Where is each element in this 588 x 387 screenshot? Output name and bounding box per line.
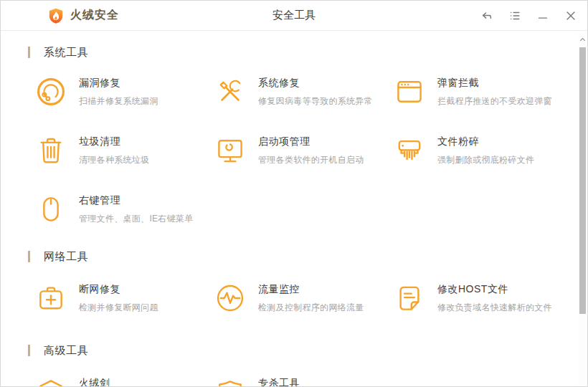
tool-desc: 扫描并修复系统漏洞: [79, 95, 158, 108]
tool-title: 弹窗拦截: [437, 77, 552, 90]
close-icon: [564, 9, 577, 22]
tool-item[interactable]: 火绒剑: [35, 376, 214, 386]
tool-text: 系统修复 修复因病毒等导致的系统异常: [258, 76, 373, 110]
tool-item[interactable]: 断网修复 检测并修复断网问题: [35, 282, 214, 317]
app-window: 火绒安全 安全工具 系统工具 漏洞修复 扫描并: [0, 0, 588, 387]
tool-title: 系统修复: [258, 77, 373, 90]
tool-desc: 检测并修复断网问题: [79, 302, 158, 314]
tool-text: 启动项管理 管理各类软件的开机自启动: [258, 135, 364, 169]
shield-round-icon: [214, 376, 246, 386]
tool-item[interactable]: 弹窗拦截 拦截程序推送的不受欢迎弹窗: [394, 76, 573, 110]
section-header: 系统工具: [28, 45, 579, 59]
section-header: 高级工具: [28, 343, 579, 358]
huorong-logo-icon: [48, 7, 64, 24]
tool-section: 系统工具 漏洞修复 扫描并修复系统漏洞 系统修复 修复因病毒等导致的系统异常 弹…: [1, 45, 579, 228]
tool-text: 火绒剑: [79, 376, 110, 386]
tool-desc: 检测及控制程序的网络流量: [258, 302, 364, 314]
window-controls: [480, 1, 577, 31]
tool-title: 流量监控: [258, 283, 364, 296]
patch-circle-icon: [35, 76, 67, 108]
tool-sections: 系统工具 漏洞修复 扫描并修复系统漏洞 系统修复 修复因病毒等导致的系统异常 弹…: [1, 32, 579, 386]
section-accent-bar: [28, 251, 30, 262]
section-title: 高级工具: [44, 344, 88, 358]
tool-text: 漏洞修复 扫描并修复系统漏洞: [79, 76, 158, 110]
tool-item[interactable]: 垃圾清理 清理各种系统垃圾: [35, 135, 214, 169]
section-header: 网络工具: [28, 249, 579, 264]
monitor-startup-icon: [214, 135, 246, 166]
title-bar: 火绒安全 安全工具: [1, 1, 587, 31]
tool-item[interactable]: 专杀工具: [214, 376, 394, 386]
tool-desc: 修改负责域名快速解析的文件: [437, 302, 552, 314]
tool-text: 文件粉碎 强制删除或彻底粉碎文件: [437, 135, 534, 169]
tool-desc: 修复因病毒等导致的系统异常: [258, 95, 373, 108]
tool-grid: 漏洞修复 扫描并修复系统漏洞 系统修复 修复因病毒等导致的系统异常 弹窗拦截 拦…: [35, 76, 579, 228]
tool-title: 断网修复: [79, 283, 158, 296]
mouse-icon: [35, 194, 67, 225]
tool-item[interactable]: 漏洞修复 扫描并修复系统漏洞: [35, 76, 214, 110]
minimize-button[interactable]: [536, 9, 549, 22]
section-accent-bar: [28, 345, 30, 356]
tool-section: 高级工具 火绒剑 专杀工具: [1, 343, 579, 386]
shield-sword-icon: [35, 376, 67, 386]
tool-grid: 断网修复 检测并修复断网问题 流量监控 检测及控制程序的网络流量 修改HOST文…: [35, 282, 579, 317]
tool-text: 垃圾清理 清理各种系统垃圾: [79, 135, 149, 169]
tool-title: 垃圾清理: [79, 135, 149, 148]
tool-desc: 清理各种系统垃圾: [79, 154, 149, 166]
scrollbar-thumb[interactable]: [579, 47, 586, 314]
brand-name: 火绒安全: [70, 8, 119, 23]
pulse-circle-icon: [214, 282, 246, 314]
tool-title: 修改HOST文件: [437, 283, 552, 296]
tool-desc: 拦截程序推送的不受欢迎弹窗: [437, 95, 552, 108]
tool-item[interactable]: 系统修复 修复因病毒等导致的系统异常: [214, 76, 394, 110]
tool-desc: 管理各类软件的开机自启动: [258, 154, 364, 166]
tool-item[interactable]: 流量监控 检测及控制程序的网络流量: [214, 282, 394, 317]
tool-desc: 强制删除或彻底粉碎文件: [437, 154, 534, 166]
tool-text: 弹窗拦截 拦截程序推送的不受欢迎弹窗: [437, 76, 552, 110]
back-button[interactable]: [480, 9, 493, 22]
tool-text: 断网修复 检测并修复断网问题: [79, 282, 158, 317]
tool-item[interactable]: 启动项管理 管理各类软件的开机自启动: [214, 135, 394, 169]
section-title: 网络工具: [44, 250, 88, 264]
tool-text: 修改HOST文件 修改负责域名快速解析的文件: [437, 282, 552, 317]
tool-desc: 管理文件、桌面、IE右键菜单: [79, 213, 194, 225]
popup-window-icon: [394, 76, 425, 108]
tool-item[interactable]: 文件粉碎 强制删除或彻底粉碎文件: [394, 135, 573, 169]
crossed-tools-icon: [214, 76, 246, 108]
tool-title: 漏洞修复: [79, 77, 158, 90]
back-icon: [480, 9, 493, 22]
scroll-up-icon[interactable]: [579, 36, 587, 44]
trash-icon: [35, 135, 67, 166]
minimize-icon: [536, 9, 549, 22]
section-accent-bar: [28, 47, 30, 58]
tool-item[interactable]: 修改HOST文件 修改负责域名快速解析的文件: [394, 282, 573, 317]
menu-button[interactable]: [508, 9, 521, 22]
scrollbar: [578, 32, 587, 386]
tool-title: 火绒剑: [79, 377, 110, 386]
tool-grid: 火绒剑 专杀工具: [35, 376, 579, 386]
tool-item[interactable]: 右键管理 管理文件、桌面、IE右键菜单: [35, 194, 214, 228]
tool-title: 右键管理: [79, 194, 194, 207]
brand: 火绒安全: [48, 7, 119, 24]
tool-title: 专杀工具: [258, 377, 300, 386]
close-button[interactable]: [564, 9, 577, 22]
tool-text: 流量监控 检测及控制程序的网络流量: [258, 282, 364, 317]
section-title: 系统工具: [44, 46, 88, 59]
tool-text: 右键管理 管理文件、桌面、IE右键菜单: [79, 194, 194, 228]
menu-list-icon: [508, 9, 521, 22]
tool-text: 专杀工具: [258, 376, 300, 386]
tool-section: 网络工具 断网修复 检测并修复断网问题 流量监控 检测及控制程序的网络流量 修改…: [1, 249, 579, 317]
shredder-icon: [394, 135, 425, 166]
host-file-icon: [394, 282, 425, 314]
first-aid-icon: [35, 282, 67, 314]
tool-title: 文件粉碎: [437, 135, 534, 148]
tool-title: 启动项管理: [258, 135, 364, 148]
